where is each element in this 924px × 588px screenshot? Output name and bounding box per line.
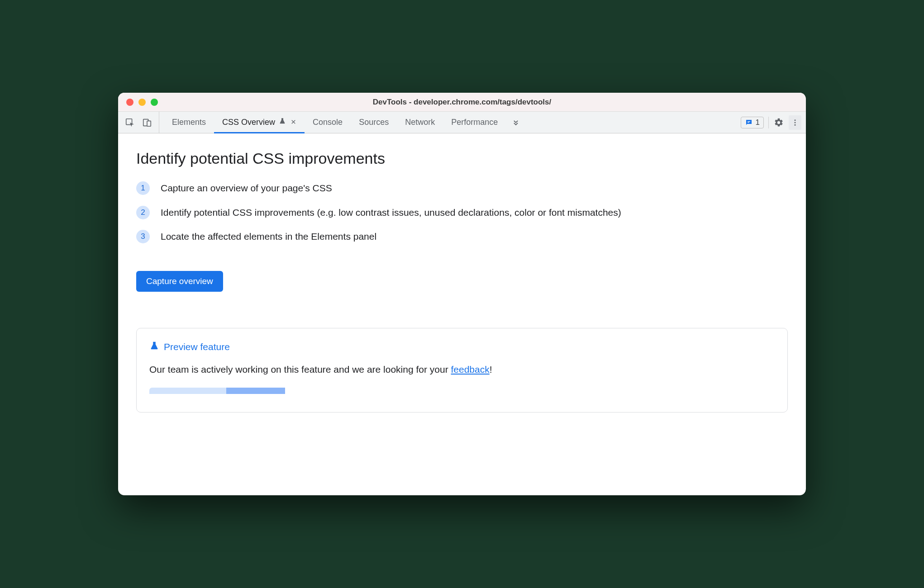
issues-icon [745, 119, 753, 127]
panel-content: Identify potential CSS improvements 1 Ca… [118, 133, 806, 495]
page-title: Identify potential CSS improvements [136, 150, 788, 167]
more-tabs-button[interactable] [506, 112, 526, 133]
preview-header: Preview feature [149, 341, 775, 353]
titlebar: DevTools - developer.chrome.com/tags/dev… [118, 93, 806, 112]
tab-sources[interactable]: Sources [351, 112, 397, 133]
divider [768, 117, 769, 128]
step-text: Identify potential CSS improvements (e.g… [161, 205, 621, 220]
settings-icon[interactable] [773, 117, 784, 128]
tab-elements[interactable]: Elements [164, 112, 214, 133]
issues-count: 1 [756, 118, 760, 127]
flask-icon [149, 341, 159, 353]
list-item: 1 Capture an overview of your page's CSS [136, 181, 788, 195]
device-toolbar-icon[interactable] [142, 117, 152, 128]
list-item: 3 Locate the affected elements in the El… [136, 229, 788, 244]
tab-network[interactable]: Network [397, 112, 443, 133]
tab-console[interactable]: Console [305, 112, 351, 133]
devtools-window: DevTools - developer.chrome.com/tags/dev… [118, 93, 806, 495]
tab-label: Elements [172, 118, 206, 127]
svg-point-5 [795, 119, 796, 121]
svg-rect-4 [748, 122, 749, 123]
more-menu-icon[interactable] [789, 115, 801, 130]
svg-point-7 [795, 124, 796, 125]
tab-css-overview[interactable]: CSS Overview [214, 112, 305, 133]
list-item: 2 Identify potential CSS improvements (e… [136, 205, 788, 220]
tab-label: CSS Overview [222, 118, 275, 127]
step-text: Capture an overview of your page's CSS [161, 181, 332, 195]
window-controls [118, 99, 158, 106]
quick-start-blocks [149, 388, 775, 394]
tab-label: Sources [359, 118, 389, 127]
svg-rect-3 [748, 121, 750, 122]
close-tab-icon[interactable] [291, 119, 296, 127]
toolbar: Elements CSS Overview Console Sources Ne… [118, 112, 806, 133]
block-dark [226, 388, 285, 394]
tab-label: Network [405, 118, 435, 127]
tab-performance[interactable]: Performance [443, 112, 506, 133]
preview-title: Preview feature [164, 341, 230, 352]
step-number: 1 [136, 181, 150, 195]
tab-label: Performance [451, 118, 498, 127]
close-window-button[interactable] [126, 99, 133, 106]
preview-feature-card: Preview feature Our team is actively wor… [136, 328, 788, 413]
window-title: DevTools - developer.chrome.com/tags/dev… [118, 98, 806, 107]
preview-body: Our team is actively working on this fea… [149, 364, 775, 375]
inspect-element-icon[interactable] [124, 117, 135, 128]
maximize-window-button[interactable] [151, 99, 158, 106]
capture-overview-button[interactable]: Capture overview [136, 271, 223, 292]
feedback-link[interactable]: feedback [451, 364, 489, 375]
steps-list: 1 Capture an overview of your page's CSS… [136, 181, 788, 244]
issues-badge[interactable]: 1 [741, 117, 764, 128]
preview-text-post: ! [490, 364, 492, 375]
minimize-window-button[interactable] [138, 99, 146, 106]
step-text: Locate the affected elements in the Elem… [161, 229, 376, 244]
flask-icon [279, 118, 286, 127]
step-number: 3 [136, 230, 150, 243]
panel-tabs: Elements CSS Overview Console Sources Ne… [159, 112, 736, 133]
svg-rect-2 [147, 121, 151, 126]
svg-point-6 [795, 122, 796, 123]
toolbar-right: 1 [736, 112, 806, 133]
step-number: 2 [136, 206, 150, 219]
toolbar-left [118, 112, 159, 133]
tab-label: Console [313, 118, 343, 127]
preview-text-pre: Our team is actively working on this fea… [149, 364, 451, 375]
block-light [149, 388, 226, 394]
